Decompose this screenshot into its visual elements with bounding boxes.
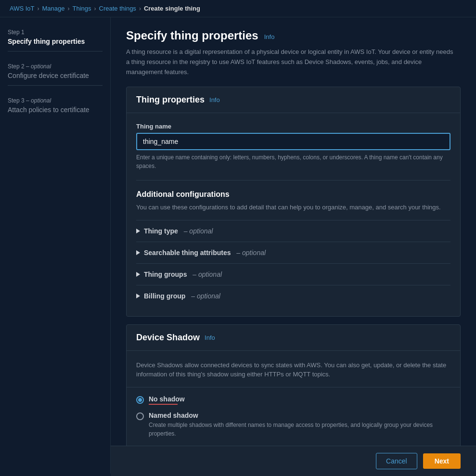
thing-name-input[interactable] <box>136 133 450 150</box>
radio-named-shadow[interactable]: Named shadow Create multiple shadows wit… <box>136 412 450 438</box>
collapsible-thing-groups[interactable]: Thing groups – optional <box>136 263 450 285</box>
breadcrumb-sep-1: › <box>38 5 39 12</box>
breadcrumb-things[interactable]: Things <box>73 5 91 12</box>
page-info-link[interactable]: Info <box>264 33 275 40</box>
thing-type-chevron-icon <box>136 229 140 233</box>
thing-name-label: Thing name <box>136 123 450 130</box>
sidebar-step-3: Step 3 – optional Attach policies to cer… <box>8 97 103 114</box>
collapsible-list: Thing type – optional Searchable thing a… <box>136 220 450 307</box>
breadcrumb-sep-2: › <box>68 5 70 12</box>
breadcrumb: AWS IoT › Manage › Things › Create thing… <box>0 0 476 17</box>
radio-named-shadow-desc: Create multiple shadows with different n… <box>149 421 450 438</box>
radio-named-shadow-circle <box>136 412 144 420</box>
collapsible-searchable-attrs[interactable]: Searchable thing attributes – optional <box>136 242 450 263</box>
cancel-button[interactable]: Cancel <box>376 453 417 469</box>
thing-groups-chevron-icon <box>136 272 140 277</box>
radio-no-shadow-circle <box>136 396 144 404</box>
thing-name-hint: Enter a unique name containing only: let… <box>136 153 450 170</box>
collapsible-thing-type[interactable]: Thing type – optional <box>136 220 450 242</box>
next-button[interactable]: Next <box>423 453 461 469</box>
searchable-attrs-chevron-icon <box>136 250 140 255</box>
additional-config-title: Additional configurations <box>136 190 450 199</box>
main-content: Specify thing properties Info A thing re… <box>111 17 476 474</box>
breadcrumb-sep-3: › <box>94 5 96 12</box>
sidebar-step1-label: Step 1 <box>8 29 103 36</box>
breadcrumb-aws-iot[interactable]: AWS IoT <box>10 5 35 12</box>
sidebar-step-1: Step 1 Specify thing properties <box>8 29 103 51</box>
billing-group-chevron-icon <box>136 294 140 298</box>
sidebar-step-2: Step 2 – optional Configure device certi… <box>8 63 103 86</box>
thing-properties-header: Thing properties Info <box>127 87 460 113</box>
radio-no-shadow-dot <box>138 398 142 402</box>
radio-no-shadow-label: No shadow <box>149 395 185 403</box>
sidebar-step3-title: Attach policies to certificate <box>8 106 103 114</box>
breadcrumb-current: Create single thing <box>144 5 200 12</box>
sidebar-step2-title: Configure device certificate <box>8 72 103 79</box>
thing-properties-info-link[interactable]: Info <box>209 96 220 103</box>
sidebar-step1-divider <box>8 51 103 51</box>
breadcrumb-create-things[interactable]: Create things <box>99 5 136 12</box>
breadcrumb-manage[interactable]: Manage <box>42 5 65 12</box>
sidebar-step1-title: Specify thing properties <box>8 38 103 45</box>
radio-no-shadow[interactable]: No shadow <box>136 395 450 405</box>
sidebar-step2-divider <box>8 85 103 86</box>
device-shadow-header: Device Shadow Info <box>127 325 460 351</box>
thing-name-group: Thing name Enter a unique name containin… <box>136 123 450 170</box>
device-shadow-info-link[interactable]: Info <box>205 334 215 341</box>
thing-properties-title: Thing properties <box>136 95 205 105</box>
collapsible-billing-group[interactable]: Billing group – optional <box>136 285 450 307</box>
sidebar: Step 1 Specify thing properties Step 2 –… <box>0 17 111 474</box>
radio-named-shadow-label: Named shadow <box>149 412 450 419</box>
shadow-divider <box>127 387 460 387</box>
device-shadow-title: Device Shadow <box>136 333 200 343</box>
thing-properties-card: Thing properties Info Thing name Enter a… <box>126 87 461 317</box>
page-title: Specify thing properties <box>126 29 258 42</box>
thing-properties-body: Thing name Enter a unique name containin… <box>127 113 460 316</box>
page-description: A thing resource is a digital representa… <box>126 47 453 77</box>
sidebar-step2-label: Step 2 – optional <box>8 63 103 70</box>
device-shadow-desc: Device Shadows allow connected devices t… <box>136 360 450 379</box>
additional-config-desc: You can use these configurations to add … <box>136 203 450 212</box>
footer: Cancel Next <box>111 446 476 476</box>
radio-no-shadow-underline <box>149 404 178 405</box>
breadcrumb-sep-4: › <box>139 5 141 12</box>
sidebar-step3-label: Step 3 – optional <box>8 97 103 104</box>
